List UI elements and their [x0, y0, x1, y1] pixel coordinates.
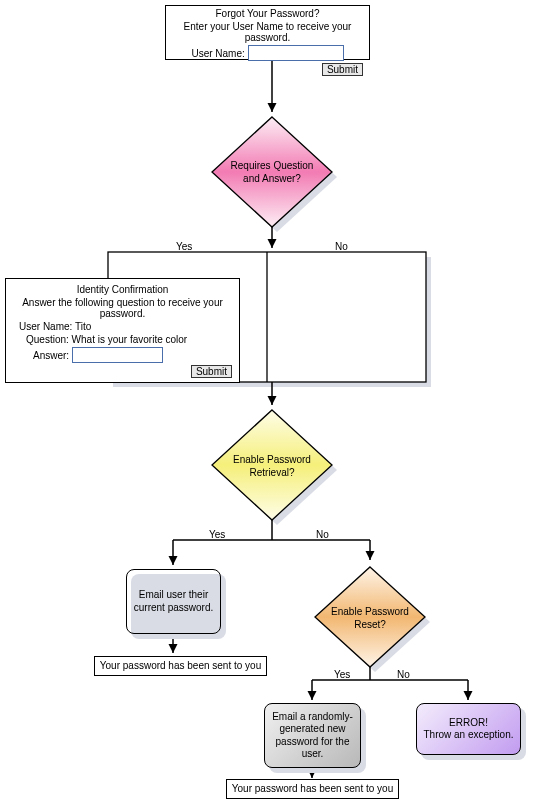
msg-password-sent-2: Your password has been sent to you [226, 779, 399, 799]
proc-email-current-password: Email user theircurrent password. [126, 569, 221, 634]
username-input[interactable] [248, 45, 344, 61]
form1-title: Forgot Your Password? [166, 8, 369, 19]
forgot-password-form: Forgot Your Password? Enter your User Na… [165, 5, 370, 60]
form2-username-value: Tito [75, 321, 91, 332]
form2-question-value: What is your favorite color [72, 334, 188, 345]
form2-title: Identity Confirmation [9, 284, 236, 295]
form2-username-label: User Name: [19, 321, 72, 332]
form2-question-label: Question: [26, 334, 69, 345]
edge2-no: No [316, 529, 329, 540]
answer-input[interactable] [72, 347, 163, 363]
edge2-yes: Yes [209, 529, 225, 540]
form2-instruction: Answer the following question to receive… [9, 297, 236, 319]
edge1-yes: Yes [176, 241, 192, 252]
form2-submit-button[interactable]: Submit [191, 365, 232, 378]
msg-password-sent-1: Your password has been sent to you [94, 656, 267, 676]
decision-enable-reset: Enable PasswordReset? [324, 606, 416, 631]
proc-error: ERROR!Throw an exception. [416, 703, 521, 755]
username-label: User Name: [191, 48, 244, 59]
decision-requires-qa: Requires Questionand Answer? [226, 160, 318, 185]
edge3-no: No [397, 669, 410, 680]
edge1-no: No [335, 241, 348, 252]
identity-confirmation-form: Identity Confirmation Answer the followi… [5, 278, 240, 383]
edge3-yes: Yes [334, 669, 350, 680]
form1-instruction: Enter your User Name to receive your pas… [166, 21, 369, 43]
decision-enable-retrieval: Enable PasswordRetrieval? [226, 454, 318, 479]
form1-submit-button[interactable]: Submit [322, 63, 363, 76]
form2-answer-label: Answer: [33, 350, 69, 361]
proc-email-random-password: Email a randomly-generated newpassword f… [264, 703, 361, 768]
